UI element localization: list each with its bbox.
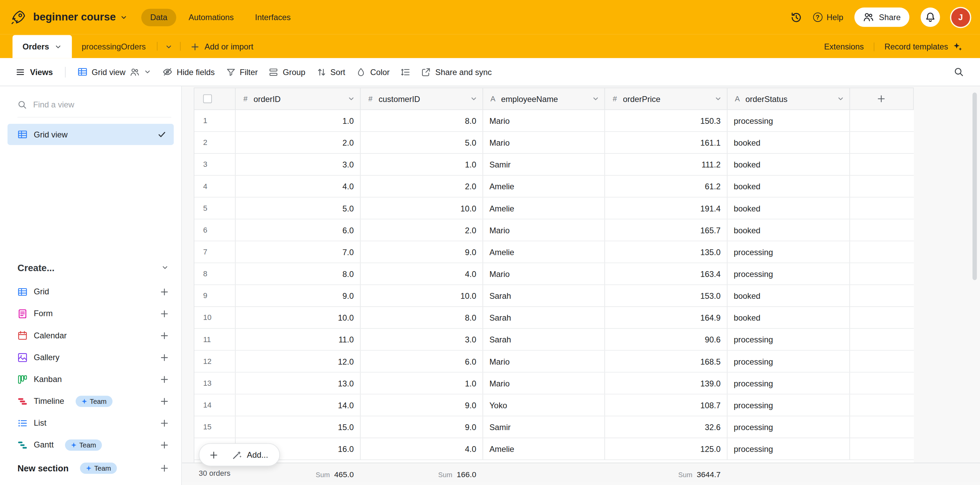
cell-orderID[interactable]: 10.0: [235, 307, 361, 328]
cell-orderStatus[interactable]: booked: [728, 307, 850, 328]
cell-orderPrice[interactable]: 111.2: [605, 154, 727, 175]
cell-customerID[interactable]: 4.0: [361, 438, 483, 460]
column-header-customerID[interactable]: #customerID: [360, 88, 483, 109]
cell-orderStatus[interactable]: processing: [728, 329, 850, 350]
cell-orderID[interactable]: 5.0: [235, 197, 361, 219]
table-row[interactable]: 55.010.0Amelie191.4booked: [194, 197, 914, 219]
cell-employeeName[interactable]: Mario: [483, 351, 605, 372]
cell-customerID[interactable]: 10.0: [361, 197, 483, 219]
cell-orderPrice[interactable]: 90.6: [605, 329, 727, 350]
create-section-header[interactable]: Create...: [0, 257, 181, 278]
cell-employeeName[interactable]: Samir: [483, 417, 605, 437]
cell-orderPrice[interactable]: 32.6: [605, 417, 727, 437]
table-row[interactable]: 1111.03.0Sarah90.6processing: [194, 329, 914, 351]
sum-orderid[interactable]: Sum465.0: [235, 468, 360, 480]
add-field-button[interactable]: [850, 88, 914, 109]
cell-orderStatus[interactable]: booked: [728, 285, 850, 306]
cell-customerID[interactable]: 9.0: [361, 242, 483, 262]
group-button[interactable]: Group: [263, 64, 311, 80]
notifications-button[interactable]: [921, 8, 940, 27]
cell-employeeName[interactable]: Amelie: [483, 197, 605, 219]
cell-orderPrice[interactable]: 125.0: [605, 438, 727, 460]
row-number[interactable]: 3: [194, 154, 235, 175]
sidebar-item-list[interactable]: List: [0, 412, 181, 434]
table-row[interactable]: 66.02.0Mario165.7booked: [194, 219, 914, 241]
sidebar-item-grid[interactable]: Grid: [0, 281, 181, 302]
vertical-scrollbar[interactable]: [972, 92, 977, 280]
cell-employeeName[interactable]: Mario: [483, 219, 605, 240]
cell-orderID[interactable]: 1.0: [235, 110, 361, 131]
cell-customerID[interactable]: 8.0: [361, 110, 483, 131]
table-row[interactable]: 1616.04.0Amelie125.0processing: [194, 438, 914, 460]
cell-orderPrice[interactable]: 165.7: [605, 219, 727, 240]
table-row[interactable]: 1010.08.0Sarah164.9booked: [194, 307, 914, 329]
add-view-button[interactable]: [160, 287, 169, 296]
color-button[interactable]: Color: [351, 64, 395, 80]
cell-customerID[interactable]: 1.0: [361, 372, 483, 394]
row-number[interactable]: 9: [194, 285, 235, 306]
sidebar-item-gantt[interactable]: GanttTeam: [0, 434, 181, 456]
add-view-button[interactable]: [160, 397, 169, 405]
extensions-button[interactable]: Extensions: [815, 35, 873, 58]
search-button[interactable]: [950, 63, 967, 81]
cell-employeeName[interactable]: Mario: [483, 132, 605, 153]
column-dropdown-icon[interactable]: [837, 95, 844, 103]
cell-orderStatus[interactable]: booked: [728, 132, 850, 153]
cell-orderStatus[interactable]: booked: [728, 154, 850, 175]
row-number[interactable]: 6: [194, 219, 235, 240]
add-view-button[interactable]: [160, 440, 169, 449]
cell-employeeName[interactable]: Amelie: [483, 176, 605, 197]
table-row[interactable]: 44.02.0Amelie61.2booked: [194, 176, 914, 197]
table-tab-orders[interactable]: Orders: [13, 35, 72, 58]
cell-orderID[interactable]: 12.0: [235, 351, 361, 372]
sidebar-item-timeline[interactable]: TimelineTeam: [0, 390, 181, 412]
table-row[interactable]: 1414.09.0Yoko108.7processing: [194, 394, 914, 417]
add-view-button[interactable]: [160, 418, 169, 427]
add-view-button[interactable]: [160, 331, 169, 340]
column-dropdown-icon[interactable]: [470, 95, 477, 103]
share-button[interactable]: Share: [854, 8, 909, 27]
cell-employeeName[interactable]: Mario: [483, 372, 605, 394]
row-number[interactable]: 13: [194, 372, 235, 394]
nav-tab-data[interactable]: Data: [142, 8, 176, 26]
column-header-orderStatus[interactable]: AorderStatus: [727, 88, 850, 109]
sidebar-view-grid-view[interactable]: Grid view: [8, 124, 174, 145]
cell-orderID[interactable]: 9.0: [235, 285, 361, 306]
cell-orderID[interactable]: 14.0: [235, 394, 361, 416]
row-number[interactable]: 4: [194, 176, 235, 197]
user-avatar[interactable]: J: [951, 8, 970, 27]
sidebar-item-form[interactable]: Form: [0, 302, 181, 324]
column-dropdown-icon[interactable]: [592, 95, 599, 103]
sidebar-item-calendar[interactable]: Calendar: [0, 324, 181, 346]
column-header-orderID[interactable]: #orderID: [235, 88, 360, 109]
rocket-logo-icon[interactable]: [10, 9, 27, 25]
sum-orderprice[interactable]: Sum3644.7: [604, 468, 727, 480]
view-search-input[interactable]: [33, 100, 171, 109]
table-row[interactable]: 1313.01.0Mario139.0processing: [194, 372, 914, 394]
add-with-ai-button[interactable]: Add...: [224, 446, 275, 464]
cell-customerID[interactable]: 4.0: [361, 263, 483, 285]
cell-customerID[interactable]: 5.0: [361, 132, 483, 153]
cell-orderPrice[interactable]: 161.1: [605, 132, 727, 153]
table-row[interactable]: 1515.09.0Samir32.6processing: [194, 417, 914, 438]
sidebar-item-gallery[interactable]: Gallery: [0, 346, 181, 368]
column-header-employeeName[interactable]: AemployeeName: [483, 88, 605, 109]
cell-orderID[interactable]: 2.0: [235, 132, 361, 153]
cell-orderPrice[interactable]: 153.0: [605, 285, 727, 306]
cell-orderID[interactable]: 11.0: [235, 329, 361, 350]
cell-orderPrice[interactable]: 135.0: [605, 242, 727, 262]
cell-employeeName[interactable]: Sarah: [483, 307, 605, 328]
row-number[interactable]: 11: [194, 329, 235, 350]
cell-employeeName[interactable]: Sarah: [483, 285, 605, 306]
sum-customerid[interactable]: Sum166.0: [360, 468, 482, 480]
add-view-button[interactable]: [160, 464, 169, 472]
nav-tab-automations[interactable]: Automations: [180, 8, 242, 26]
row-number[interactable]: 15: [194, 417, 235, 437]
table-row[interactable]: 99.010.0Sarah153.0booked: [194, 285, 914, 307]
row-height-button[interactable]: [395, 64, 416, 80]
cell-customerID[interactable]: 2.0: [361, 219, 483, 240]
cell-orderStatus[interactable]: processing: [728, 242, 850, 262]
cell-orderStatus[interactable]: processing: [728, 394, 850, 416]
column-header-orderPrice[interactable]: #orderPrice: [605, 88, 727, 109]
cell-customerID[interactable]: 3.0: [361, 329, 483, 350]
